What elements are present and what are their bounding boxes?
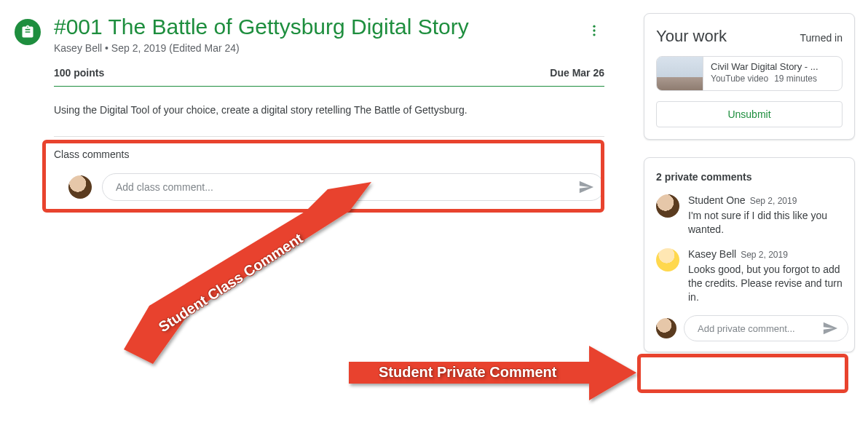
header-row: #001 The Battle of Gettysburg Digital St… [15, 15, 619, 54]
kebab-icon [587, 23, 601, 38]
title-block: #001 The Battle of Gettysburg Digital St… [54, 15, 571, 54]
assignment-icon [15, 19, 41, 45]
your-work-title: Your work [656, 27, 727, 46]
your-work-header: Your work Turned in [656, 27, 843, 46]
more-actions-button[interactable] [584, 20, 604, 41]
attachment-duration: 19 minutes [774, 74, 817, 84]
svg-point-2 [593, 33, 595, 36]
private-comment-body: Kasey BellSep 2, 2019Looks good, but you… [688, 248, 843, 304]
private-comment-send-button[interactable] [820, 318, 840, 338]
class-comment-send-button[interactable] [576, 177, 596, 197]
class-comment-input[interactable] [116, 181, 576, 193]
private-comment-date: Sep 2, 2019 [750, 196, 797, 206]
private-comment-field[interactable] [684, 315, 848, 341]
svg-point-1 [593, 29, 595, 31]
attachment-meta: Civil War Digital Story - ... YouTube vi… [703, 57, 842, 90]
private-comment-item: Kasey BellSep 2, 2019Looks good, but you… [656, 248, 843, 304]
attachment-thumbnail [657, 57, 703, 90]
private-comment-input[interactable] [698, 323, 820, 334]
assignment-meta: Kasey Bell • Sep 2, 2019 (Edited Mar 24) [54, 42, 571, 54]
points-label: 100 points [54, 67, 104, 79]
private-comment-author: Kasey Bell [688, 248, 736, 260]
private-comments-list: Student OneSep 2, 2019I'm not sure if I … [656, 194, 843, 304]
points-row: 100 points Due Mar 26 [54, 67, 619, 79]
attachment-kind: YouTube video [711, 74, 768, 84]
comments-divider [54, 136, 604, 137]
avatar [656, 318, 676, 338]
avatar [656, 248, 679, 272]
class-comment-row [54, 173, 604, 201]
due-label: Due Mar 26 [550, 67, 604, 79]
class-comment-field[interactable] [102, 173, 604, 201]
svg-point-0 [593, 25, 595, 28]
annotation-label-class: Student Class Comment [156, 230, 306, 336]
assignment-edited: (Edited Mar 24) [169, 42, 239, 54]
assignment-main: #001 The Battle of Gettysburg Digital St… [0, 0, 619, 201]
unsubmit-button[interactable]: Unsubmit [656, 101, 843, 127]
private-comment-date: Sep 2, 2019 [741, 250, 788, 260]
assignment-title: #001 The Battle of Gettysburg Digital St… [54, 15, 571, 39]
your-work-card: Your work Turned in Civil War Digital St… [644, 13, 855, 140]
private-comment-text: I'm not sure if I did this like you want… [688, 209, 843, 237]
private-comments-card: 2 private comments Student OneSep 2, 201… [644, 157, 855, 352]
private-comment-author: Student One [688, 194, 746, 206]
send-icon [822, 320, 838, 336]
private-comments-heading: 2 private comments [656, 171, 843, 183]
annotation-label-private: Student Private Comment [379, 364, 556, 381]
assignment-author: Kasey Bell [54, 42, 102, 54]
private-comment-text: Looks good, but you forgot to add the cr… [688, 263, 843, 304]
attachment-title: Civil War Digital Story - ... [711, 61, 835, 72]
sidebar: Your work Turned in Civil War Digital St… [644, 13, 855, 370]
private-comment-row [656, 315, 843, 341]
private-comment-body: Student OneSep 2, 2019I'm not sure if I … [688, 194, 843, 237]
class-comments-section: Class comments [54, 146, 604, 201]
attachment-card[interactable]: Civil War Digital Story - ... YouTube vi… [656, 56, 843, 91]
avatar [656, 194, 679, 218]
assignment-description: Using the Digital Tool of your choice, c… [54, 104, 604, 116]
attachment-subtitle: YouTube video19 minutes [711, 74, 835, 84]
assignment-posted: Sep 2, 2019 [111, 42, 167, 54]
header-divider [54, 86, 604, 87]
class-comments-heading: Class comments [54, 148, 604, 160]
avatar [68, 175, 92, 199]
private-comment-item: Student OneSep 2, 2019I'm not sure if I … [656, 194, 843, 237]
your-work-status: Turned in [800, 32, 843, 44]
send-icon [578, 179, 594, 195]
